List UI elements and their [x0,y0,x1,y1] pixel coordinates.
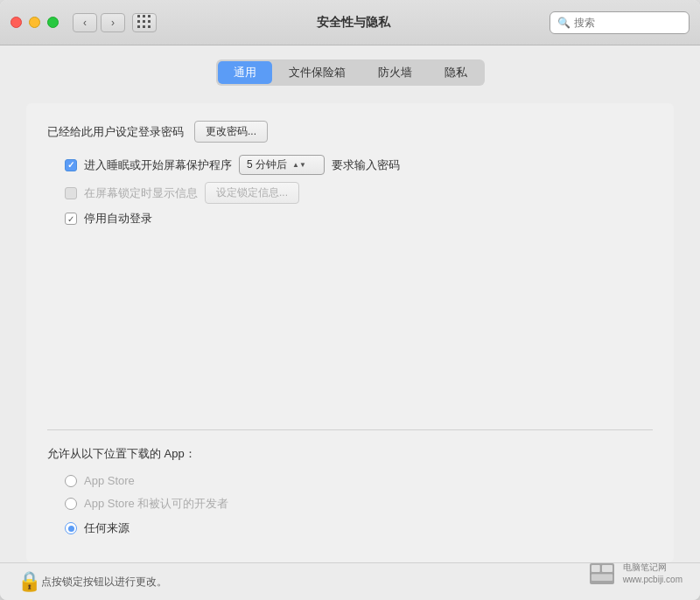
main-panel: 已经给此用户设定登录密码 更改密码... 进入睡眠或开始屏幕保护程序 5 分钟后… [26,103,674,562]
sleep-delay-value: 5 分钟后 [247,157,287,172]
radio-app-store-dev-label: App Store 和被认可的开发者 [84,496,228,512]
radio-anywhere: 任何来源 [65,520,653,536]
svg-rect-1 [592,565,600,572]
svg-rect-2 [602,565,612,572]
auto-login-row: 停用自动登录 [65,211,653,227]
search-icon: 🔍 [557,17,570,29]
tab-general[interactable]: 通用 [218,61,272,84]
dropdown-arrow-icon: ▲▼ [292,161,306,169]
sleep-checkbox-row: 进入睡眠或开始屏幕保护程序 5 分钟后 ▲▼ 要求输入密码 [65,155,653,175]
auto-login-label: 停用自动登录 [84,211,152,227]
lock-text: 点按锁定按钮以进行更改。 [41,575,167,590]
lock-screen-row: 在屏幕锁定时显示信息 设定锁定信息... [65,182,653,204]
password-row: 已经给此用户设定登录密码 更改密码... [47,121,653,143]
traffic-lights [10,17,59,28]
radio-anywhere-label: 任何来源 [84,520,130,536]
nav-buttons: ‹ › [73,13,157,32]
close-button[interactable] [10,17,22,28]
titlebar: ‹ › 安全性与隐私 🔍 [0,0,700,45]
radio-app-store-button[interactable] [65,475,77,487]
lock-icon[interactable]: 🔒 [18,570,41,593]
download-section: 允许从以下位置下载的 App： App Store App Store 和被认可… [47,446,653,545]
tab-firewall[interactable]: 防火墙 [362,61,428,84]
forward-button[interactable]: › [101,13,125,32]
window-title: 安全性与隐私 [157,15,550,31]
watermark: 电脑笔记网 www.pcbiji.com [588,560,682,588]
bottom-bar: 🔒 点按锁定按钮以进行更改。 电脑笔记网 www.pcbiji.com [0,562,700,600]
svg-rect-3 [592,574,612,581]
radio-anywhere-button[interactable] [65,522,77,534]
tabs-container: 通用 文件保险箱 防火墙 隐私 [216,59,485,86]
content-area: 通用 文件保险箱 防火墙 隐私 已经给此用户设定登录密码 更改密码... 进入睡… [0,45,700,562]
password-label: 已经给此用户设定登录密码 [47,124,184,140]
radio-app-store-dev-button[interactable] [65,498,77,510]
search-box[interactable]: 🔍 [550,11,690,34]
require-password-label: 要求输入密码 [332,157,400,173]
minimize-button[interactable] [29,17,40,28]
search-input[interactable] [574,17,682,29]
tab-filevault[interactable]: 文件保险箱 [273,61,361,84]
tab-privacy[interactable]: 隐私 [429,61,483,84]
grid-menu-button[interactable] [132,13,157,32]
download-title: 允许从以下位置下载的 App： [47,446,653,462]
sleep-label: 进入睡眠或开始屏幕保护程序 [84,157,232,173]
watermark-line2: www.pcbiji.com [623,574,682,586]
lock-screen-label: 在屏幕锁定时显示信息 [84,185,198,201]
maximize-button[interactable] [47,17,59,28]
auto-login-checkbox[interactable] [65,213,77,225]
watermark-line1: 电脑笔记网 [623,562,682,574]
tabs-row: 通用 文件保险箱 防火墙 隐私 [26,59,674,86]
sleep-delay-dropdown[interactable]: 5 分钟后 ▲▼ [239,155,325,175]
lock-info-button: 设定锁定信息... [205,182,299,204]
radio-app-store-label: App Store [84,474,135,487]
watermark-logo [588,560,616,588]
lock-screen-checkbox[interactable] [65,187,77,199]
panel-divider [47,429,653,430]
back-button[interactable]: ‹ [73,13,97,32]
change-password-button[interactable]: 更改密码... [194,121,268,143]
grid-icon [137,15,152,30]
sleep-checkbox[interactable] [65,159,77,171]
radio-app-store: App Store [65,474,653,487]
radio-app-store-dev: App Store 和被认可的开发者 [65,496,653,512]
